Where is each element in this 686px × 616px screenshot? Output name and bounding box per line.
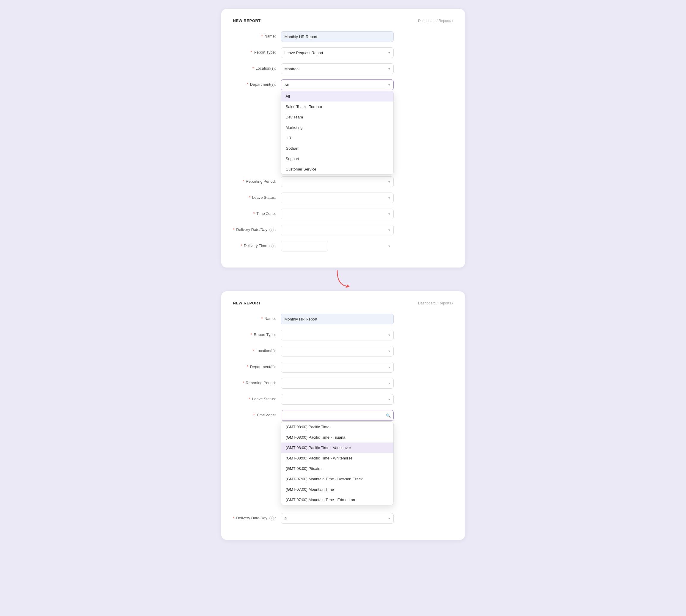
delivery-time-wrapper: ▾ [281, 241, 394, 251]
dept-option-hr[interactable]: HR [281, 133, 393, 143]
delivery-date-label: * Delivery Date/Day i : [233, 225, 281, 232]
leave-status-wrapper: ▾ [281, 193, 394, 203]
reporting-period-label: * Reporting Period: [233, 176, 281, 183]
p2-leave-status-select[interactable] [281, 394, 394, 405]
locations-row: * Location(s): Montreal ▾ [233, 63, 453, 74]
p2-departments-label: * Department(s): [233, 362, 281, 369]
leave-status-row: * Leave Status: ▾ [233, 193, 453, 203]
p2-report-type-label: * Report Type: [233, 330, 281, 337]
p2-report-type-wrapper: ▾ [281, 330, 394, 340]
delivery-time-chevron-icon: ▾ [388, 244, 390, 248]
tz-mountain[interactable]: (GMT-07:00) Mountain Time [281, 484, 393, 494]
dept-option-gotham[interactable]: Gotham [281, 143, 393, 154]
delivery-date-row: * Delivery Date/Day i : ▾ [233, 225, 453, 235]
p2-timezone-row: * Time Zone: 🔍 (GMT-08:00) Pacific Time … [233, 410, 453, 421]
departments-dropdown: All Sales Team - Toronto Dev Team Market… [281, 91, 394, 175]
report-type-wrapper: Leave Request Report ▾ [281, 47, 394, 58]
p2-reporting-period-label: * Reporting Period: [233, 378, 281, 385]
p2-reporting-period-row: * Reporting Period: ▾ [233, 378, 453, 389]
p2-timezone-search-input[interactable] [281, 410, 394, 421]
departments-label: * Department(s): [233, 80, 281, 87]
p2-departments-row: * Department(s): ▾ [233, 362, 453, 373]
timezone-row: * Time Zone: ▾ [233, 208, 453, 219]
reporting-period-select[interactable] [281, 176, 394, 187]
p2-departments-select[interactable] [281, 362, 394, 373]
tz-pacific-vancouver[interactable]: (GMT-08:00) Pacific Time - Vancouver [281, 442, 393, 453]
p2-leave-status-wrapper: ▾ [281, 394, 394, 405]
departments-wrapper: All ▾ All Sales Team - Toronto Dev Team … [281, 80, 394, 90]
delivery-time-label: * Delivery Time i : [233, 241, 281, 248]
p2-reporting-period-select[interactable] [281, 378, 394, 389]
p2-timezone-dropdown: (GMT-08:00) Pacific Time (GMT-08:00) Pac… [281, 421, 394, 505]
p2-delivery-date-info-icon: i [269, 516, 274, 521]
locations-wrapper: Montreal ▾ [281, 63, 394, 74]
timezone-label: * Time Zone: [233, 208, 281, 216]
panel-2-title: NEW REPORT [233, 301, 261, 305]
panel-1-title: NEW REPORT [233, 19, 261, 23]
p2-reporting-period-wrapper: ▾ [281, 378, 394, 389]
timezone-wrapper: ▾ [281, 208, 394, 219]
reporting-period-row: * Reporting Period: ▾ [233, 176, 453, 187]
panel-2: NEW REPORT Dashboard / Reports / * Name:… [221, 291, 465, 540]
departments-row: * Department(s): All ▾ All Sales Team - … [233, 80, 453, 90]
p2-delivery-date-label: * Delivery Date/Day i : [233, 513, 281, 521]
delivery-date-select[interactable] [281, 225, 394, 235]
dept-option-marketing[interactable]: Marketing [281, 122, 393, 133]
p2-report-type-row: * Report Type: ▾ [233, 330, 453, 340]
delivery-time-row: * Delivery Time i : ▾ [233, 241, 453, 251]
leave-status-label: * Leave Status: [233, 193, 281, 200]
panel-2-header: NEW REPORT Dashboard / Reports / [233, 301, 453, 305]
curved-arrow-icon [331, 269, 355, 290]
panel-1-header: NEW REPORT Dashboard / Reports / [233, 19, 453, 23]
name-label: * Name: [233, 31, 281, 38]
p2-timezone-wrapper: 🔍 (GMT-08:00) Pacific Time (GMT-08:00) P… [281, 410, 394, 421]
p2-name-row: * Name: [233, 314, 453, 324]
panel-1-breadcrumb: Dashboard / Reports / [418, 19, 453, 23]
report-type-label: * Report Type: [233, 47, 281, 54]
delivery-time-info-icon: i [269, 244, 274, 248]
name-row: * Name: [233, 31, 453, 42]
p2-report-type-select[interactable] [281, 330, 394, 340]
p2-locations-select[interactable] [281, 346, 394, 356]
p2-locations-row: * Location(s): ▾ [233, 346, 453, 356]
locations-select[interactable]: Montreal [281, 63, 394, 74]
p2-departments-wrapper: ▾ [281, 362, 394, 373]
p2-name-label: * Name: [233, 314, 281, 321]
dept-option-sales[interactable]: Sales Team - Toronto [281, 102, 393, 112]
p2-delivery-date-wrapper: 5 ▾ [281, 513, 394, 524]
panel-2-breadcrumb: Dashboard / Reports / [418, 301, 453, 305]
tz-mountain-dawson[interactable]: (GMT-07:00) Mountain Time - Dawson Creek [281, 474, 393, 484]
p2-delivery-date-select[interactable]: 5 [281, 513, 394, 524]
timezone-select[interactable] [281, 208, 394, 219]
p2-leave-status-label: * Leave Status: [233, 394, 281, 401]
leave-status-select[interactable] [281, 193, 394, 203]
report-type-select[interactable]: Leave Request Report [281, 47, 394, 58]
p2-delivery-date-row: * Delivery Date/Day i : 5 ▾ [233, 513, 453, 524]
p2-leave-status-row: * Leave Status: ▾ [233, 394, 453, 405]
departments-select[interactable]: All [281, 80, 394, 90]
delivery-date-wrapper: ▾ [281, 225, 394, 235]
delivery-date-info-icon: i [269, 228, 274, 232]
required-star: * [261, 34, 263, 38]
report-type-row: * Report Type: Leave Request Report ▾ [233, 47, 453, 58]
arrow-connector [6, 267, 680, 291]
tz-pacific-whitehorse[interactable]: (GMT-08:00) Pacific Time - Whitehorse [281, 453, 393, 463]
p2-name-input[interactable] [281, 314, 394, 324]
dept-option-customer-service[interactable]: Customer Service [281, 164, 393, 174]
p2-locations-wrapper: ▾ [281, 346, 394, 356]
tz-pacific-tijuana[interactable]: (GMT-08:00) Pacific Time - Tijuana [281, 432, 393, 442]
panel-1: NEW REPORT Dashboard / Reports / * Name:… [221, 9, 465, 267]
p2-locations-label: * Location(s): [233, 346, 281, 353]
name-input[interactable] [281, 31, 394, 42]
locations-label: * Location(s): [233, 63, 281, 70]
p2-timezone-label: * Time Zone: [233, 410, 281, 417]
tz-mountain-edmonton[interactable]: (GMT-07:00) Mountain Time - Edmonton [281, 494, 393, 505]
reporting-period-wrapper: ▾ [281, 176, 394, 187]
tz-pitcairn[interactable]: (GMT-08:00) Pitcairn [281, 463, 393, 474]
tz-pacific[interactable]: (GMT-08:00) Pacific Time [281, 422, 393, 432]
dept-option-support[interactable]: Support [281, 154, 393, 164]
dept-option-dev[interactable]: Dev Team [281, 112, 393, 122]
delivery-time-select[interactable] [281, 241, 328, 251]
dept-option-all[interactable]: All [281, 91, 393, 102]
